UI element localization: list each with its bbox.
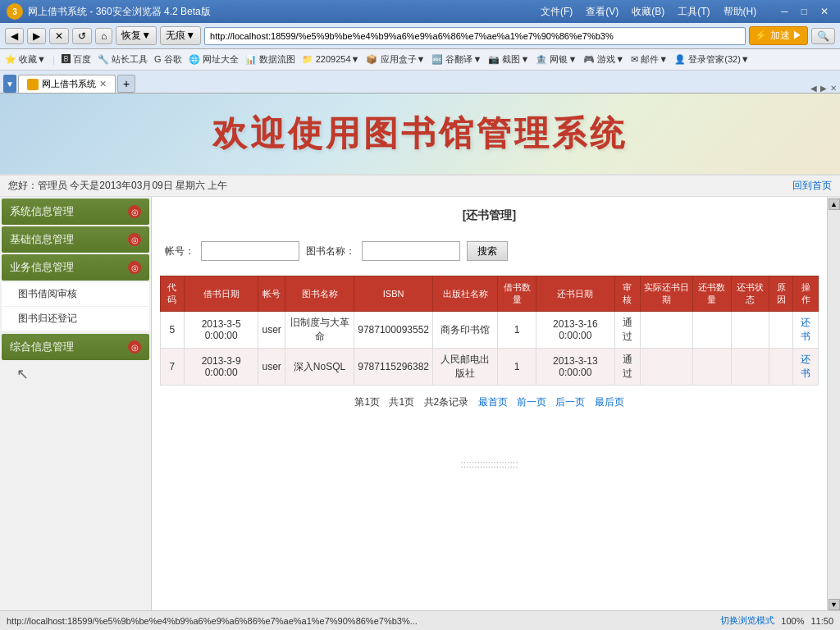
address-input[interactable] — [204, 27, 746, 45]
col-return-qty: 还书数量 — [692, 276, 731, 312]
return-link-2[interactable]: 还书 — [801, 354, 810, 379]
next-page-link[interactable]: 后一页 — [555, 396, 585, 408]
fav-baidu[interactable]: 🅱 百度 — [62, 53, 91, 66]
return-link-1[interactable]: 还书 — [801, 317, 810, 342]
scroll-up[interactable]: ▲ — [829, 199, 840, 210]
sidebar-item-comprehensive[interactable]: 综合信息管理 ◎ — [2, 334, 149, 360]
last-page-link[interactable]: 最后页 — [595, 396, 624, 408]
refresh-button[interactable]: ↺ — [72, 28, 92, 44]
browser-window: 3 网上借书系统 - 360安全浏览器 4.2 Beta版 文件(F) 查看(V… — [0, 0, 840, 630]
search-button[interactable]: 🔍 — [811, 28, 835, 44]
col-book-name: 图书名称 — [285, 276, 354, 312]
prev-page-link[interactable]: 前一页 — [517, 396, 546, 408]
menu-help[interactable]: 帮助(H) — [719, 3, 762, 21]
col-borrow-date: 借书日期 — [184, 276, 258, 312]
circle-icon-basic: ◎ — [128, 233, 141, 246]
tab-menu[interactable]: ✕ — [830, 84, 837, 93]
account-search-input[interactable] — [201, 241, 299, 261]
accelerate-button[interactable]: ⚡ 加速 ▶ — [749, 26, 808, 45]
zoom-level: 100% — [781, 616, 804, 626]
fav-dataflow[interactable]: 📊 数据流图 — [245, 53, 295, 66]
col-review: 审核 — [614, 276, 640, 312]
tab-list-btn[interactable]: ▼ — [3, 75, 16, 93]
forward-button[interactable]: ▶ — [27, 28, 46, 44]
circle-icon-comprehensive: ◎ — [128, 340, 141, 354]
tab-close-btn[interactable]: ✕ — [99, 79, 107, 89]
scroll-down[interactable]: ▼ — [829, 599, 840, 610]
restore-button[interactable]: 恢复▼ — [116, 26, 157, 45]
tab-title: 网上借书系统 — [42, 78, 96, 90]
fav-translate[interactable]: 🔤 谷翻译▼ — [431, 53, 482, 66]
fav-screenshot[interactable]: 📷 截图▼ — [488, 53, 529, 66]
search-button-btn[interactable]: 搜索 — [467, 241, 508, 261]
col-publisher: 出版社名称 — [433, 276, 498, 312]
menu-view[interactable]: 查看(V) — [581, 3, 623, 21]
fav-appbox[interactable]: 📦 应用盒子▼ — [366, 53, 425, 66]
scroll-track[interactable] — [829, 210, 840, 599]
book-name-search-input[interactable] — [362, 241, 460, 261]
first-page-link[interactable]: 最首页 — [478, 396, 508, 408]
title-bar-left: 3 网上借书系统 - 360安全浏览器 4.2 Beta版 — [7, 3, 211, 20]
fav-login[interactable]: 👤 登录管家(32)▼ — [674, 53, 750, 66]
switch-mode-btn[interactable]: 切换浏览模式 — [720, 614, 774, 627]
fav-collect[interactable]: ⭐ 收藏▼ — [5, 53, 46, 66]
fav-google[interactable]: G 谷歌 — [154, 53, 182, 66]
status-bar: http://localhost:18599/%e5%9b%be%e4%b9%a… — [0, 610, 840, 630]
cell-return-qty-1 — [692, 312, 731, 349]
stop-button[interactable]: ✕ — [49, 28, 69, 44]
nav-bar: ◀ ▶ ✕ ↺ ⌂ 恢复▼ 无痕▼ ⚡ 加速 ▶ 🔍 — [0, 23, 840, 49]
section-title: [还书管理] — [160, 205, 819, 226]
status-url: http://localhost:18599/%e5%9b%be%e4%b9%a… — [7, 616, 720, 626]
close-btn[interactable]: ✕ — [815, 4, 833, 19]
sidebar-item-system-info-label: 系统信息管理 — [10, 204, 74, 219]
fav-2209254[interactable]: 📁 2209254▼ — [302, 54, 360, 65]
menu-favorites[interactable]: 收藏(B) — [627, 3, 669, 21]
table-row: 7 2013-3-9 0:00:00 user 深入NoSQL 97871152… — [161, 349, 819, 386]
cell-return-date-2: 2013-3-13 0:00:00 — [536, 349, 614, 386]
table-header-row: 代码 借书日期 帐号 图书名称 ISBN 出版社名称 借书数量 还书日期 审核 … — [161, 276, 819, 312]
total-records: 共2条记录 — [424, 396, 469, 408]
sidebar-item-business-info-label: 业务信息管理 — [10, 260, 74, 275]
cell-account-1: user — [258, 312, 285, 349]
cell-action-1[interactable]: 还书 — [793, 312, 819, 349]
borrow-review-label: 图书借阅审核 — [18, 288, 77, 299]
browser-logo: 3 — [7, 3, 23, 20]
tab-prev[interactable]: ◀ — [810, 84, 817, 93]
back-button[interactable]: ◀ — [5, 28, 24, 44]
col-return-status: 还书状态 — [731, 276, 769, 312]
col-action: 操作 — [793, 276, 819, 312]
sidebar-sub-return-register[interactable]: 图书归还登记 — [2, 307, 149, 331]
cell-borrow-qty-2: 1 — [498, 349, 536, 386]
tab-next[interactable]: ▶ — [820, 84, 827, 93]
new-tab-btn[interactable]: + — [117, 75, 135, 93]
title-bar: 3 网上借书系统 - 360安全浏览器 4.2 Beta版 文件(F) 查看(V… — [0, 0, 840, 23]
cell-code-1: 5 — [161, 312, 185, 349]
menu-file[interactable]: 文件(F) — [536, 3, 578, 21]
user-greeting: 您好：管理员 今天是2013年03月09日 星期六 上午 — [8, 179, 227, 193]
pagination: 第1页 共1页 共2条记录 最首页 前一页 后一页 最后页 — [160, 395, 819, 409]
minimize-btn[interactable]: ─ — [776, 4, 793, 19]
cell-review-2: 通过 — [614, 349, 640, 386]
home-button[interactable]: ⌂ — [95, 28, 112, 44]
active-tab[interactable]: 网上借书系统 ✕ — [18, 75, 116, 93]
sidebar-item-system-info[interactable]: 系统信息管理 ◎ — [2, 199, 149, 225]
sidebar-item-basic-info[interactable]: 基础信息管理 ◎ — [2, 226, 149, 253]
fav-email[interactable]: ✉ 邮件▼ — [631, 53, 668, 66]
menu-tools[interactable]: 工具(T) — [673, 3, 714, 21]
cell-action-2[interactable]: 还书 — [793, 349, 819, 386]
return-home-link[interactable]: 回到首页 — [792, 179, 832, 193]
cell-actual-return-2 — [640, 349, 692, 386]
col-isbn: ISBN — [354, 276, 433, 312]
incognito-button[interactable]: 无痕▼ — [160, 26, 201, 45]
fav-webmaster[interactable]: 🔧 站长工具 — [98, 53, 148, 66]
circle-icon-system: ◎ — [128, 205, 141, 218]
fav-games[interactable]: 🎮 游戏▼ — [583, 53, 624, 66]
fav-nav[interactable]: 🌐 网址大全 — [189, 53, 239, 66]
sidebar-sub-borrow-review[interactable]: 图书借阅审核 — [2, 282, 149, 306]
cell-return-date-1: 2013-3-16 0:00:00 — [536, 312, 614, 349]
scrollbar[interactable]: ▲ ▼ — [827, 197, 840, 610]
sidebar-item-business-info[interactable]: 业务信息管理 ◎ — [2, 254, 149, 281]
fav-netbank[interactable]: 🏦 网银▼ — [536, 53, 577, 66]
maximize-btn[interactable]: □ — [797, 4, 812, 19]
tab-favicon — [27, 79, 39, 90]
